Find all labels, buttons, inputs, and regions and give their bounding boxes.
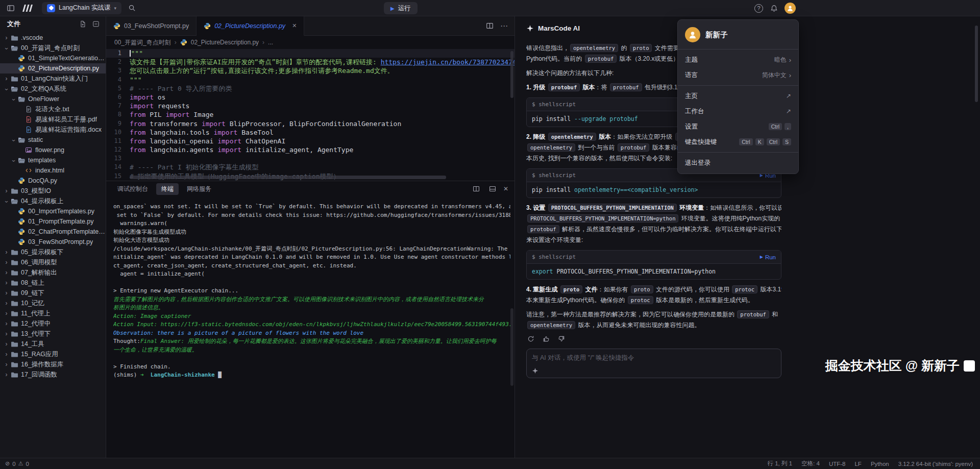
tree-item[interactable]: ›06_调用模型 — [0, 257, 106, 267]
tree-item[interactable]: ›05_提示模板下 — [0, 247, 106, 257]
tree-item[interactable]: 02_ChatPromptTemplate.py — [0, 227, 106, 237]
tree-item[interactable]: flower.png — [0, 145, 106, 155]
menu-item-label: 主页 — [685, 92, 698, 101]
horizontal-scrollbar[interactable] — [130, 176, 446, 179]
line-number: 7 — [106, 102, 130, 110]
status-item[interactable]: 3.12.2 64-bit ('shims': pyenv) — [898, 461, 973, 467]
tree-item[interactable]: 易速鲜花运营指南.docx — [0, 125, 106, 135]
editor-tab[interactable]: 02_PictureDescription.py✕ — [197, 16, 304, 36]
errors-icon[interactable]: ⊘ — [5, 460, 10, 467]
panel-layout-icon[interactable] — [487, 183, 498, 194]
tree-item[interactable]: ›12_代理中 — [0, 318, 106, 329]
menu-item[interactable]: 工作台↗ — [678, 104, 798, 119]
html-file-icon — [24, 167, 33, 174]
search-icon[interactable] — [127, 3, 138, 14]
terminal-output[interactable]: on_spaces` was not set. It will be set t… — [106, 196, 514, 380]
tree-item[interactable]: index.html — [0, 165, 106, 176]
split-terminal-icon[interactable] — [471, 183, 482, 194]
tree-item[interactable]: ›14_工具 — [0, 339, 106, 349]
tree-item[interactable]: ›static — [0, 135, 106, 145]
tree-item[interactable]: ›09_链下 — [0, 288, 106, 298]
ai-scrollbar[interactable] — [975, 26, 978, 102]
status-item[interactable]: 空格: 4 — [801, 460, 820, 467]
split-editor-icon[interactable] — [484, 20, 495, 32]
tree-item[interactable]: 01_PromptTemplate.py — [0, 216, 106, 227]
tree-item[interactable]: ›10_记忆 — [0, 298, 106, 308]
tree-item[interactable]: ›16_操作数据库 — [0, 359, 106, 369]
breadcrumb-item[interactable]: 02_PictureDescription.py — [191, 39, 259, 46]
tree-item[interactable]: ›02_文档QA系统 — [0, 84, 106, 94]
tree-item[interactable]: 易速鲜花员工手册.pdf — [0, 114, 106, 125]
code-editor[interactable]: 1"""2该文件是【开篇词|带你亲证AI应用开发的“奇点”时刻】章节的配套代码,… — [106, 49, 514, 181]
python-icon — [113, 22, 120, 30]
tree-item[interactable]: ›03_模型IO — [0, 186, 106, 196]
collapse-explorer-icon[interactable] — [90, 18, 102, 30]
new-file-icon[interactable] — [77, 18, 88, 30]
run-label: Run — [765, 254, 776, 260]
thumbs-up-icon[interactable] — [542, 334, 551, 343]
tree-item[interactable]: ›15_RAG应用 — [0, 349, 106, 359]
panel-tab[interactable]: 调试控制台 — [112, 183, 153, 195]
tree-item[interactable]: ›07_解析输出 — [0, 267, 106, 278]
folder-icon — [10, 259, 19, 266]
tab-label: 02_PictureDescription.py — [214, 22, 285, 30]
tree-item[interactable]: DocQA.py — [0, 176, 106, 186]
status-item[interactable]: UTF-8 — [829, 461, 846, 467]
titlebar: LangChain 实战课 ▾ ▶ 运行 ? — [0, 0, 980, 16]
tree-item[interactable]: ›OneFlower — [0, 94, 106, 104]
tree-item[interactable]: 03_FewShotPrompt.py — [0, 237, 106, 247]
quick-command-icon[interactable] — [532, 367, 538, 374]
menu-item[interactable]: 键盘快捷键CtrlKCtrlS — [678, 134, 798, 150]
tree-item-label: 04_提示模板上 — [21, 197, 63, 206]
tree-chevron-icon: › — [3, 351, 10, 358]
status-item[interactable]: 行 1, 列 1 — [768, 460, 793, 467]
code-block-body: export PROTOCOL_BUFFERS_PYTHON_IMPLEMENT… — [527, 264, 781, 279]
workspace-switcher[interactable]: LangChain 实战课 ▾ — [42, 2, 121, 14]
run-code-button[interactable]: ▶Run — [760, 254, 776, 260]
menu-item[interactable]: 设置Ctrl, — [678, 119, 798, 134]
breadcrumb-item[interactable]: 00_开篇词_奇点时刻 — [114, 38, 171, 47]
editor-tab[interactable]: 03_FewShotPrompt.py — [106, 16, 197, 35]
help-icon[interactable]: ? — [754, 4, 763, 13]
tree-item[interactable]: ›01_LangChain快速入门 — [0, 73, 106, 84]
regenerate-icon[interactable] — [526, 334, 535, 343]
menu-item[interactable]: 主页↗ — [678, 88, 798, 104]
avatar[interactable] — [785, 3, 796, 14]
inline-code: protobuf — [548, 83, 580, 91]
tree-item[interactable]: 花语大全.txt — [0, 104, 106, 114]
more-actions-icon[interactable]: ⋯ — [500, 21, 508, 31]
panel-tab[interactable]: 终端 — [156, 183, 179, 195]
tree-item[interactable]: 02_PictureDescription.py — [0, 63, 106, 73]
tree-chevron-icon: › — [3, 300, 10, 307]
status-item[interactable]: LF — [854, 461, 861, 467]
breadcrumb-item[interactable]: ... — [268, 39, 273, 46]
code-line: 12from langchain.agents import initializ… — [106, 145, 514, 154]
close-panel-icon[interactable]: ✕ — [503, 185, 508, 192]
tree-item[interactable]: ›00_开篇词_奇点时刻 — [0, 43, 106, 53]
tree-item[interactable]: ›04_提示模板上 — [0, 196, 106, 206]
status-item[interactable]: Python — [871, 461, 889, 467]
tree-item[interactable]: 01_SimpleTextGeneration.py — [0, 53, 106, 63]
toggle-sidebar-icon[interactable] — [5, 3, 16, 14]
editor-scrollbar[interactable] — [510, 51, 513, 98]
bell-icon[interactable] — [768, 3, 779, 14]
tree-item[interactable]: ›13_代理下 — [0, 329, 106, 339]
tree-item-label: 03_FewShotPrompt.py — [28, 238, 93, 245]
tree-item[interactable]: ›08_链上 — [0, 278, 106, 288]
terminal-scrollbar[interactable] — [510, 308, 513, 386]
tree-item[interactable]: ›.vscode — [0, 33, 106, 43]
menu-item[interactable]: 主题暗色› — [678, 52, 798, 67]
menu-item[interactable]: 语言简体中文› — [678, 67, 798, 83]
folder-icon — [10, 371, 19, 379]
tree-item[interactable]: ›17_回调函数 — [0, 369, 106, 380]
warnings-icon[interactable]: ⚠ — [18, 460, 23, 467]
tree-item[interactable]: ›templates — [0, 155, 106, 165]
ai-chat-input[interactable]: 与 AI 对话，或使用 "/" 唤起快捷指令 — [526, 349, 781, 378]
tree-item[interactable]: ›11_代理上 — [0, 308, 106, 318]
run-button[interactable]: ▶ 运行 — [384, 2, 418, 14]
close-tab-icon[interactable]: ✕ — [292, 22, 297, 29]
panel-tab[interactable]: 网络服务 — [182, 183, 216, 195]
menu-item[interactable]: 退出登录 — [678, 155, 798, 170]
tree-item[interactable]: 00_ImportTemplates.py — [0, 206, 106, 216]
thumbs-down-icon[interactable] — [557, 334, 566, 343]
